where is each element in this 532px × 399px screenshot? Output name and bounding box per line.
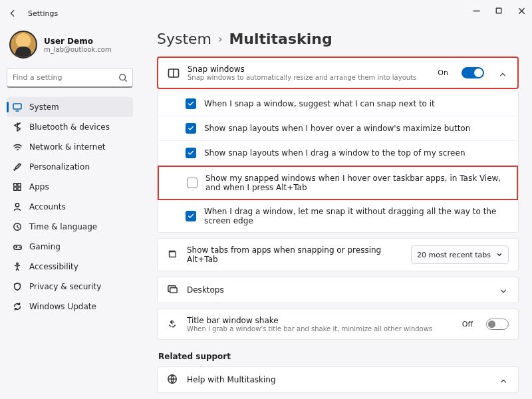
- snap-option-2: Show snap layouts when I hover over a wi…: [158, 116, 518, 141]
- svg-rect-12: [170, 251, 176, 257]
- close-button[interactable]: [516, 5, 527, 16]
- globe-icon: [167, 374, 179, 386]
- bluetooth-icon: [12, 122, 23, 132]
- snap-options: When I snap a window, suggest what I can…: [157, 92, 519, 233]
- checkbox[interactable]: [186, 123, 196, 134]
- nav-item-apps[interactable]: Apps: [7, 177, 133, 197]
- checkbox[interactable]: [186, 148, 196, 158]
- nav-label: Privacy & security: [29, 282, 101, 291]
- nav: System Bluetooth & devices Network & int…: [7, 97, 133, 317]
- dropdown-value: 20 most recent tabs: [417, 251, 491, 259]
- snap-icon: [168, 67, 180, 79]
- nav-label: System: [29, 102, 59, 112]
- checkbox[interactable]: [186, 211, 196, 221]
- snap-title: Snap windows: [188, 65, 430, 74]
- tabs-row: Show tabs from apps when snapping or pre…: [157, 238, 519, 271]
- titlebar: Settings: [0, 0, 532, 27]
- search-input[interactable]: [7, 68, 133, 88]
- svg-rect-2: [13, 104, 21, 109]
- nav-label: Apps: [29, 182, 49, 192]
- accessibility-icon: [12, 261, 23, 272]
- avatar: [9, 31, 37, 59]
- chevron-up-icon: [499, 68, 508, 78]
- gaming-icon: [12, 241, 23, 252]
- svg-point-10: [17, 263, 19, 265]
- checkbox[interactable]: [187, 178, 198, 188]
- nav-label: Network & internet: [29, 142, 106, 152]
- settings-window: Settings User Demo m_lab@outlook.com: [0, 0, 532, 399]
- sidebar: User Demo m_lab@outlook.com System Bluet…: [0, 27, 140, 399]
- breadcrumb: System › Multitasking: [157, 31, 519, 47]
- snap-subtitle: Snap windows to automatically resize and…: [188, 74, 430, 81]
- window-controls: [471, 5, 527, 16]
- snap-toggle[interactable]: [462, 67, 484, 78]
- checkbox[interactable]: [186, 98, 196, 109]
- nav-item-network[interactable]: Network & internet: [7, 137, 133, 157]
- apps-icon: [12, 182, 23, 192]
- back-button[interactable]: [7, 7, 19, 19]
- svg-rect-6: [18, 188, 21, 190]
- search-icon: [118, 72, 128, 82]
- chevron-down-icon: [496, 251, 503, 258]
- nav-label: Personalization: [29, 162, 90, 172]
- shield-icon: [12, 281, 23, 292]
- nav-item-privacy[interactable]: Privacy & security: [7, 277, 133, 297]
- snap-windows-header[interactable]: Snap windows Snap windows to automatical…: [157, 57, 519, 89]
- option-label: Show snap layouts when I hover over a wi…: [204, 124, 470, 133]
- system-icon: [12, 102, 23, 112]
- main-content: System › Multitasking Snap windows Snap …: [140, 27, 532, 399]
- nav-item-gaming[interactable]: Gaming: [7, 237, 133, 257]
- snap-option-1: When I snap a window, suggest what I can…: [158, 92, 518, 116]
- nav-label: Windows Update: [29, 302, 96, 311]
- chevron-up-icon: [499, 375, 509, 384]
- nav-label: Accessibility: [29, 262, 78, 271]
- snap-option-3: Show snap layouts when I drag a window t…: [158, 141, 518, 166]
- help-row[interactable]: Help with Multitasking: [157, 366, 519, 393]
- breadcrumb-parent[interactable]: System: [157, 31, 211, 47]
- tabs-icon: [167, 249, 179, 261]
- shake-icon: [167, 319, 179, 331]
- nav-item-personalization[interactable]: Personalization: [7, 157, 133, 177]
- option-label: When I drag a window, let me snap it wit…: [204, 207, 509, 225]
- chevron-down-icon: [499, 285, 509, 295]
- desktops-icon: [167, 284, 179, 296]
- snap-state-label: On: [438, 68, 448, 77]
- user-profile[interactable]: User Demo m_lab@outlook.com: [7, 27, 133, 65]
- user-email: m_lab@outlook.com: [44, 46, 112, 53]
- svg-rect-5: [14, 188, 17, 190]
- option-label: Show snap layouts when I drag a window t…: [204, 148, 466, 158]
- nav-item-time[interactable]: Time & language: [7, 217, 133, 237]
- nav-item-accessibility[interactable]: Accessibility: [7, 257, 133, 277]
- minimize-button[interactable]: [471, 5, 481, 16]
- wifi-icon: [12, 142, 23, 152]
- help-title: Help with Multitasking: [187, 375, 491, 384]
- nav-label: Bluetooth & devices: [29, 122, 110, 132]
- svg-rect-4: [18, 184, 21, 186]
- tabs-dropdown[interactable]: 20 most recent tabs: [411, 245, 509, 264]
- chevron-right-icon: ›: [218, 33, 222, 45]
- person-icon: [12, 201, 23, 212]
- svg-rect-3: [14, 184, 17, 186]
- clock-icon: [12, 221, 23, 232]
- maximize-button[interactable]: [493, 5, 504, 16]
- desktops-row[interactable]: Desktops: [157, 277, 519, 303]
- nav-item-accounts[interactable]: Accounts: [7, 197, 133, 217]
- desktops-title: Desktops: [187, 285, 491, 295]
- nav-item-bluetooth[interactable]: Bluetooth & devices: [7, 117, 133, 137]
- nav-label: Time & language: [29, 222, 97, 231]
- nav-label: Accounts: [29, 202, 66, 211]
- tabs-title: Show tabs from apps when snapping or pre…: [187, 245, 403, 264]
- shake-row: Title bar window shake When I grab a win…: [157, 309, 519, 340]
- update-icon: [12, 301, 23, 312]
- snap-option-5: When I drag a window, let me snap it wit…: [158, 200, 518, 233]
- shake-toggle[interactable]: [486, 319, 509, 330]
- nav-item-update[interactable]: Windows Update: [7, 297, 133, 317]
- option-label: When I snap a window, suggest what I can…: [204, 99, 435, 108]
- option-label: Show my snapped windows when I hover ove…: [205, 174, 507, 192]
- nav-label: Gaming: [29, 242, 61, 251]
- svg-point-7: [15, 203, 19, 207]
- svg-rect-0: [496, 8, 501, 13]
- user-name: User Demo: [44, 37, 112, 46]
- nav-item-system[interactable]: System: [7, 97, 133, 117]
- shake-state-label: Off: [462, 320, 473, 329]
